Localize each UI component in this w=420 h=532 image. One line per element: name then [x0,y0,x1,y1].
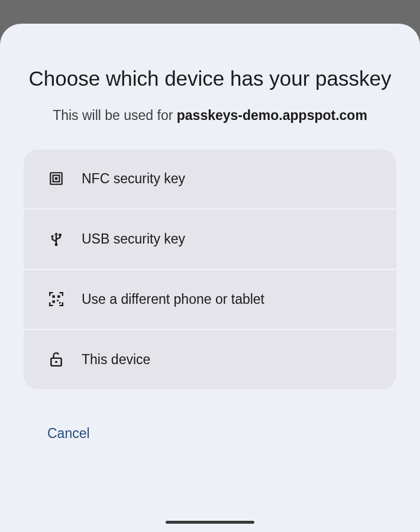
svg-point-3 [51,235,54,238]
usb-icon [49,231,64,246]
option-label: This device [82,352,150,368]
option-this-device[interactable]: This device [24,330,396,389]
option-label: Use a different phone or tablet [82,291,264,307]
svg-rect-10 [59,302,61,304]
svg-rect-7 [57,296,60,298]
svg-rect-6 [53,296,55,298]
option-usb-security-key[interactable]: USB security key [24,210,396,268]
svg-point-5 [55,243,58,246]
subtitle-domain: passkeys-demo.appspot.com [177,108,367,123]
cancel-button[interactable]: Cancel [47,420,90,447]
home-indicator[interactable] [166,521,254,524]
device-options-list: NFC security key USB security key [24,150,396,389]
option-label: NFC security key [82,171,185,187]
passkey-device-chooser-sheet: Choose which device has your passkey Thi… [0,24,420,532]
unlock-icon [49,352,64,367]
option-label: USB security key [82,231,185,247]
dialog-subtitle: This will be used for passkeys-demo.apps… [24,108,396,124]
subtitle-prefix: This will be used for [53,108,177,123]
option-nfc-security-key[interactable]: NFC security key [24,150,396,208]
svg-rect-2 [55,177,57,180]
svg-point-12 [55,361,57,363]
nfc-icon [49,171,64,186]
svg-rect-9 [57,300,59,301]
option-different-phone-tablet[interactable]: Use a different phone or tablet [24,270,396,329]
qr-code-icon [49,291,64,307]
svg-rect-4 [59,233,61,236]
dialog-title: Choose which device has your passkey [24,65,396,92]
svg-rect-8 [53,300,55,303]
